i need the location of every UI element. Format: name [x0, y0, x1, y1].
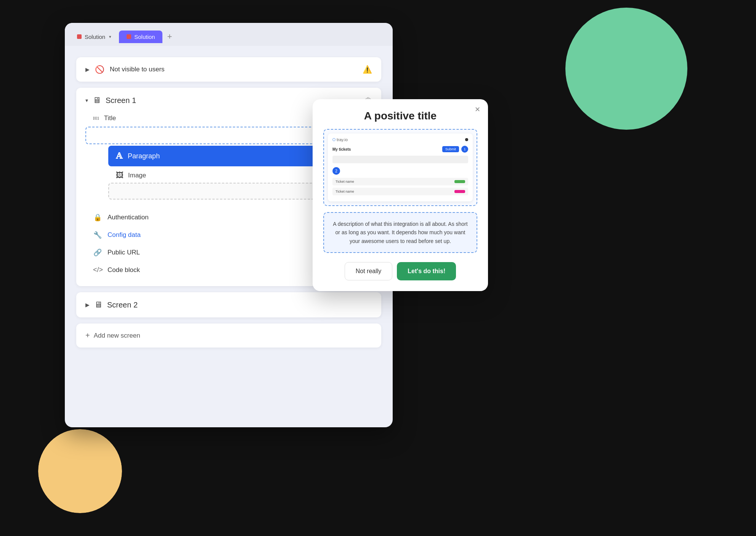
preview-screen-mockup: tray.io My tickets Submit 1 2 Ticket nam… — [323, 129, 477, 206]
image-icon: 🖼 — [116, 171, 124, 180]
tab-active-solution[interactable]: Solution — [119, 31, 162, 43]
chevron-down-icon: ▾ — [85, 97, 88, 103]
dropdown-arrow-icon: ▾ — [109, 34, 111, 39]
not-visible-left: ▶ 🚫 Not visible to users — [85, 65, 165, 74]
preview-modal: ✕ A positive title tray.io My tickets Su… — [313, 99, 488, 291]
not-visible-card: ▶ 🚫 Not visible to users ⚠️ — [76, 57, 381, 82]
mockup-tickets-label: My tickets — [332, 147, 351, 151]
not-visible-row: ▶ 🚫 Not visible to users ⚠️ — [85, 65, 372, 74]
screen1-header-left: ▾ 🖥 Screen 1 — [85, 95, 136, 105]
screen2-header: ▶ 🖥 Screen 2 — [85, 300, 372, 310]
menu-item-public-url-label: Public URL — [108, 249, 140, 256]
link-icon: 🔗 — [93, 248, 102, 257]
lock-icon: 🔒 — [93, 213, 102, 222]
warning-icon: ⚠️ — [363, 65, 372, 74]
add-screen-label: Add new screen — [94, 332, 140, 340]
decorative-circle-green — [565, 8, 687, 130]
mockup-ticket-bar-green — [454, 180, 465, 183]
screen2-label: Screen 2 — [107, 301, 138, 309]
screen2-card: ▶ 🖥 Screen 2 — [76, 292, 381, 317]
screen1-label: Screen 1 — [106, 96, 136, 105]
chevron-right-sm-icon: ▶ — [85, 302, 90, 308]
paragraph-label: Paragraph — [128, 152, 160, 160]
eye-slash-icon: 🚫 — [95, 65, 104, 74]
tab-active-dot — [127, 34, 131, 39]
decorative-circle-yellow — [38, 429, 122, 513]
mockup-ticket-name-2: Ticket name — [335, 190, 354, 193]
mockup-browser: tray.io My tickets Submit 1 2 Ticket nam… — [328, 134, 473, 201]
mockup-ticket-row-1: Ticket name — [332, 178, 468, 185]
preview-title: A positive title — [323, 110, 477, 122]
menu-item-code-label: Code block — [108, 266, 140, 274]
chevron-right-icon: ▶ — [85, 66, 90, 72]
mockup-logo: tray.io — [332, 137, 348, 142]
mockup-logo-text: tray.io — [337, 137, 348, 142]
h1-badge: H1 — [93, 115, 100, 121]
logo-dot-icon — [332, 138, 335, 141]
description-text: A description of what this integration i… — [332, 220, 469, 245]
add-screen-button[interactable]: + Add new screen — [76, 324, 381, 348]
mockup-tickets-row: My tickets Submit 1 — [332, 146, 468, 153]
tab-add-button[interactable]: + — [164, 30, 175, 43]
tab-active-label: Solution — [134, 34, 155, 40]
tab-dot — [77, 34, 82, 39]
tab-bar: Solution ▾ Solution + — [65, 23, 393, 46]
menu-item-authentication-label: Authentication — [108, 214, 149, 221]
image-label: Image — [128, 172, 146, 179]
mockup-dot-icon — [465, 138, 468, 141]
mockup-ticket-row-2: Ticket name — [332, 188, 468, 195]
mockup-topbar: tray.io — [332, 137, 468, 142]
plus-icon: + — [85, 331, 90, 340]
tab-inactive-solution[interactable]: Solution ▾ — [71, 31, 117, 43]
monitor-icon: 🖥 — [93, 95, 101, 105]
description-box: A description of what this integration i… — [323, 212, 477, 253]
menu-item-config-label: Config data — [108, 231, 141, 239]
mockup-submit-btn: Submit — [442, 146, 459, 152]
code-icon: </> — [93, 266, 102, 274]
title-label: Title — [104, 114, 116, 122]
mockup-search-bar — [332, 156, 468, 163]
paragraph-icon: 𝔸 — [116, 151, 122, 161]
cancel-button[interactable]: Not really — [345, 262, 393, 280]
tab-inactive-label: Solution — [85, 34, 105, 40]
mockup-ticket-name-1: Ticket name — [335, 180, 354, 183]
mockup-badge2: 2 — [332, 167, 340, 175]
close-button[interactable]: ✕ — [475, 105, 480, 114]
mockup-ticket-bar-pink — [454, 190, 465, 193]
not-visible-label: Not visible to users — [110, 66, 165, 73]
action-buttons: Not really Let's do this! — [323, 262, 477, 280]
wrench-icon: 🔧 — [93, 231, 102, 239]
screen2-monitor-icon: 🖥 — [94, 300, 103, 310]
mockup-badge1: 1 — [461, 146, 468, 153]
confirm-button[interactable]: Let's do this! — [397, 262, 456, 280]
